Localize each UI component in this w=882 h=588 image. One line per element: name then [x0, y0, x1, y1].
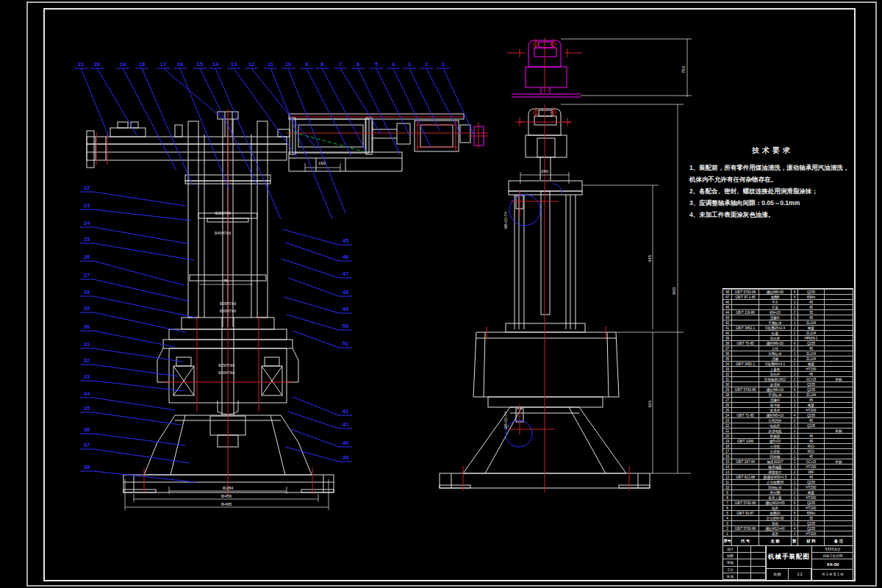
balloon-number: 1 — [442, 61, 445, 68]
balloon-number: 13 — [231, 61, 237, 68]
balloon-number: 41 — [343, 421, 348, 428]
balloon-number: 26 — [84, 254, 90, 260]
title-block-right: XXXX大学 机电工程学院 XX-00 共 1 张 第 1 张 — [811, 546, 853, 580]
bom-row: 25支承座1HT200 — [723, 407, 853, 412]
balloon-number: 17 — [160, 61, 166, 68]
balloon-number: 11 — [268, 61, 273, 68]
bom-row: 1底座1HT200 — [723, 531, 853, 536]
org-line2: 机电工程学院 — [812, 553, 853, 559]
bom-row: 40缸盖2ZL104 — [723, 330, 853, 335]
bom-row: 17大齿轮140Cr — [723, 448, 853, 453]
dimension-text: M6×15-7H — [503, 212, 508, 229]
bom-row: 33上盖板1HT150 — [723, 366, 853, 371]
balloon-number: 8 — [320, 61, 323, 68]
balloon-number: 35 — [84, 405, 90, 412]
balloon-number: 40 — [343, 440, 348, 446]
bom-row: 45爪架145 — [723, 304, 853, 309]
balloon-number: 6 — [356, 61, 359, 68]
dimension-text: 960 — [672, 287, 676, 295]
balloon-number: 28 — [84, 289, 90, 295]
bom-row: 44GB/T 119-86销4×20235 — [723, 309, 853, 315]
bom-row: 7GB/T 5782-86螺栓M10×356Q235 — [723, 500, 853, 505]
dimension-text: 190 — [318, 161, 326, 165]
bom-row: 34GB/T 3452.1O形圈40×3.12橡胶 — [723, 361, 853, 366]
balloon-number: 32 — [84, 357, 90, 364]
scale-label: 比例 — [767, 569, 789, 581]
balloon-number: 48 — [343, 289, 348, 295]
dimension-text: Φ284 — [223, 486, 234, 490]
bom-row: 9密封圈2橡胶 — [723, 490, 853, 495]
dimension-text: Φ30H7/k6 — [218, 370, 235, 375]
drawing-code: XX-00 — [812, 559, 853, 570]
balloon-number: 47 — [343, 270, 348, 277]
drawing-sheet: 2120191817161514131211109876543212223242… — [0, 0, 882, 588]
bom-row: 10回转缸体1HT200 — [723, 484, 853, 490]
balloon-number: 31 — [84, 341, 90, 348]
title-block-center: 机械手装配图 比例 1:2 — [766, 546, 811, 580]
note-line: 4、未加工件表面涂灰色油漆。 — [689, 209, 856, 220]
bom-row: 32导向杆245 — [723, 371, 853, 376]
note-line: 1、装配前，所有零件用煤油清洗，滚动轴承用汽油清洗， — [689, 162, 856, 173]
stroke-indicator — [294, 132, 365, 152]
bom-row: 19GB/T 1096键5×20145 — [723, 438, 853, 443]
bom-row: 23行程挡块245 — [723, 417, 853, 423]
bom-row: 35活塞1ZL104 — [723, 356, 853, 361]
dimension-texts: 76Φ30H7/f6Φ40H7/k6Φ35H7/k6Φ30H7/k6Φ25H7/… — [215, 65, 686, 506]
balloon-number: 36 — [84, 426, 90, 433]
bom-row: 5GB/T 93-87垫圈10665Mn — [723, 510, 853, 515]
balloon-number: 12 — [248, 61, 254, 68]
balloon-number: 16 — [177, 61, 183, 68]
bom-rows: 48GB/T 5782-86螺栓M8×304Q23547GB/T 97.1-85… — [723, 289, 853, 536]
balloon-number: 25 — [84, 236, 90, 243]
bom-row: 12GB/T 812-88圆螺母M30×1.5145 — [723, 474, 853, 479]
bom-row: 48GB/T 5782-86螺栓M8×304Q235 — [723, 289, 853, 294]
balloon-number: 30 — [84, 323, 90, 330]
bom-row: 2GB/T 5782-86螺栓M12×404Q235 — [723, 526, 853, 531]
dimension-text: Φ30H7/f6 — [215, 211, 231, 215]
balloon-number: 3 — [408, 61, 411, 68]
dimension-text: Φ456 — [221, 494, 232, 498]
dimension-text: Φ40H7/k6 — [215, 231, 232, 235]
dimension-text: Φ35H7/k6 — [220, 301, 237, 306]
bom-row: 30连接板1Q235 — [723, 381, 853, 387]
dimension-text: 76 — [223, 279, 229, 283]
bom-header-row: 序号代 号名 称数量材 料备 注 — [723, 536, 853, 545]
balloon-number: 37 — [84, 442, 90, 448]
balloon-number: 49 — [343, 306, 348, 312]
balloon-number: 2 — [425, 61, 428, 68]
dimension-text: Φ25H7/k6 — [218, 363, 235, 368]
bom-row: 6机座1HT200 — [723, 505, 853, 510]
bom-row: 47GB/T 97.1-85垫圈8465Mn — [723, 294, 853, 299]
balloon-number: 42 — [343, 408, 348, 415]
bom-row: 21步进电机1外购 — [723, 428, 853, 433]
balloon-number: 18 — [139, 61, 145, 68]
centerlines — [96, 37, 629, 495]
bom-row: 3底板1Q235 — [723, 520, 853, 526]
balloon-number: 19 — [120, 61, 126, 68]
balloon-number: 14 — [212, 61, 219, 68]
balloon-number: 34 — [84, 390, 90, 397]
bom-row: 13调整垫片208F — [723, 469, 853, 474]
bom-row: 29GB/T 5783-86螺栓M6×166Q235 — [723, 387, 853, 392]
balloon-number: 24 — [84, 220, 90, 226]
bom-row: 18小齿轮140Cr — [723, 443, 853, 448]
bom-row: 37立柱245 — [723, 345, 853, 351]
bom-row: 15GB/T 297-84轴承302072GCr15外购 — [723, 459, 853, 464]
bom-row: 22电机座1Q235 — [723, 423, 853, 428]
technical-notes: 技术要求 1、装配前，所有零件用煤油清洗，滚动轴承用汽油清洗，机体内不允许有任何… — [689, 146, 856, 220]
balloon-number: 33 — [84, 373, 90, 380]
bom-row: 41GB/T 3452.1O形圈25×2.42橡胶 — [723, 325, 853, 330]
balloon-number: 15 — [197, 61, 203, 68]
title-block: 设计制图审核工艺批准 机械手装配图 比例 1:2 XXXX大学 机电工程学院 X… — [723, 545, 853, 581]
bom-row: 46手爪245 — [723, 299, 853, 304]
bom-row: 20联轴器145 — [723, 433, 853, 438]
balloon-number: 51 — [343, 340, 348, 347]
balloon-number: 22 — [84, 184, 90, 191]
bom-table: 48GB/T 5782-86螺栓M8×304Q23547GB/T 97.1-85… — [723, 288, 853, 546]
notes-lines: 1、装配前，所有零件用煤油清洗，滚动轴承用汽油清洗，机体内不允许有任何杂物存在。… — [689, 162, 856, 220]
bom-row: 24GB/T 71-85螺钉M5×104Q235 — [723, 412, 853, 417]
note-line: 3、应调整轴承轴向间隙：0.05～0.1mm — [689, 197, 856, 209]
bom-row: 4定位销6×30235 — [723, 515, 853, 520]
bom-row: 11止动垫圈301Q235 — [723, 479, 853, 484]
balloon-number: 27 — [84, 272, 90, 279]
